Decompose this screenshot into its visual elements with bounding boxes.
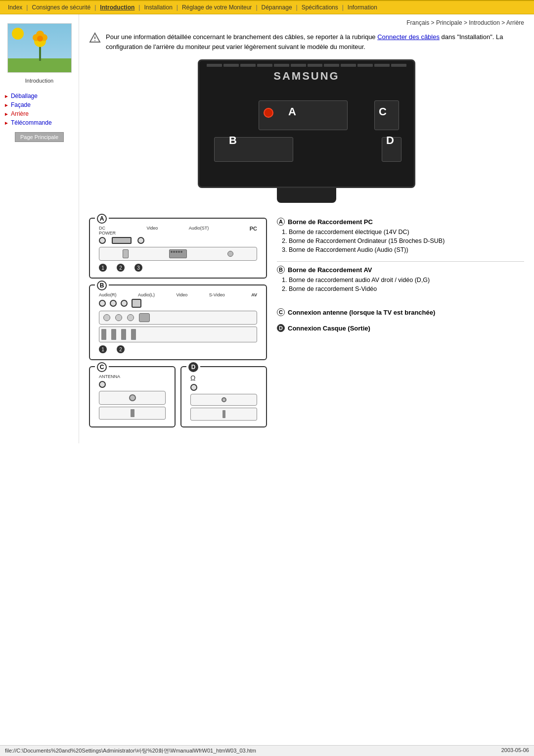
svg-rect-9: [8, 24, 72, 73]
port-audio-r: [99, 300, 106, 307]
label-av-b: AV: [251, 292, 257, 297]
nav-sep-5: |: [256, 4, 257, 11]
connectors-section: A DCPOWER Video Audio(ST) PC: [89, 218, 524, 433]
nav-sep-1: |: [26, 4, 28, 11]
desc-section-D: D Connexion Casque (Sortie): [277, 324, 524, 332]
desc-item-B-1: 1. Borne de raccordement audio AV droit …: [282, 277, 524, 284]
sidebar-item-telecommande[interactable]: ► Télécommande: [0, 118, 79, 127]
arrow-icon-facade: ►: [4, 102, 9, 108]
svg-point-12: [94, 40, 95, 41]
info-text: Pour une information détaillée concernan…: [106, 32, 524, 51]
label-antenna: ANTENNA: [99, 374, 166, 379]
connector-box-A: A DCPOWER Video Audio(ST) PC: [89, 218, 267, 279]
info-icon: [89, 32, 101, 44]
nav-introduction[interactable]: Introduction: [97, 3, 137, 12]
status-bar-date: 2003-05-06: [501, 747, 529, 755]
label-video-b: Video: [176, 292, 187, 297]
badge-3-A: 3: [134, 264, 142, 272]
connector-A-num-row: 1 2 3: [99, 264, 257, 272]
sidebar-item-facade[interactable]: ► Façade: [0, 100, 79, 109]
sidebar-link-deballage[interactable]: Déballage: [11, 93, 38, 99]
connector-diagrams: A DCPOWER Video Audio(ST) PC: [89, 218, 267, 433]
breadcrumb: Français > Principale > Introduction > A…: [89, 19, 524, 26]
samsung-brand-label: SAMSUNG: [273, 70, 339, 83]
nav-information[interactable]: Information: [345, 3, 380, 12]
desc-label-circle-D: D: [277, 324, 285, 332]
desc-title-B: B Borne de Raccordement AV: [277, 266, 524, 274]
port-audio-l: [110, 300, 117, 307]
label-pc-a: PC: [250, 226, 257, 236]
desc-section-B: B Borne de Raccordement AV 1. Borne de r…: [277, 266, 524, 292]
desc-name-C: Connexion antenne (lorsque la TV est bra…: [288, 309, 435, 316]
label-audio-l: Audio(L): [138, 292, 155, 297]
port-audio-st: [137, 237, 144, 244]
monitor-stand: [277, 188, 336, 203]
content-area: Français > Principale > Introduction > A…: [79, 14, 534, 443]
status-bar: file://C:\Documents%20and%20Settings\Adm…: [0, 745, 534, 756]
arrow-icon-deballage: ►: [4, 94, 9, 99]
monitor-label-A: A: [288, 105, 296, 118]
connector-box-B: B Audio(R) Audio(L) Video S-Video AV: [89, 284, 267, 360]
connector-B-circle: B: [97, 281, 107, 290]
connector-descriptions: A Borne de Raccordement PC 1. Borne de r…: [277, 218, 524, 433]
desc-item-A-3: 3. Borne de Raccordement Audio (Audio (S…: [282, 246, 524, 253]
page-principale-button[interactable]: Page Principale: [15, 132, 64, 142]
connector-A-circle: A: [97, 214, 107, 224]
port-headphone: [190, 384, 197, 391]
monitor-label-D: D: [386, 134, 394, 147]
sidebar-item-deballage[interactable]: ► Déballage: [0, 92, 79, 100]
sidebar-link-telecommande[interactable]: Télécommande: [11, 119, 52, 126]
monitor-label-C: C: [379, 105, 387, 118]
label-svideo: S-Video: [209, 292, 225, 297]
nav-security[interactable]: Consignes de sécurité: [29, 3, 93, 12]
nav-sep-3: |: [138, 4, 140, 11]
desc-label-circle-B: B: [277, 266, 285, 274]
nav-sep-6: |: [296, 4, 298, 11]
connector-box-D: D Ω: [180, 366, 267, 427]
info-box: Pour une information détaillée concernan…: [89, 32, 524, 51]
desc-name-A: Borne de Raccordement PC: [288, 218, 373, 226]
badge-1-A: 1: [99, 264, 107, 272]
connector-C-circle: C: [97, 362, 107, 372]
monitor-image-area: SAMSUNG A C B D: [89, 59, 524, 208]
port-svideo: [132, 299, 141, 308]
monitor-label-B: B: [229, 134, 237, 147]
sidebar-logo-image: [7, 23, 72, 73]
desc-name-D: Connexion Casque (Sortie): [288, 325, 370, 332]
desc-item-A-1: 1. Borne de raccordement électrique (14V…: [282, 229, 524, 236]
connector-A-ports: [99, 237, 257, 244]
desc-label-circle-A: A: [277, 218, 285, 226]
nav-depannage[interactable]: Dépannage: [259, 3, 295, 12]
label-omega: Ω: [190, 374, 257, 382]
badge-2-B: 2: [117, 345, 125, 353]
port-dc-power: [99, 237, 106, 244]
nav-sep-2: |: [94, 4, 96, 11]
desc-item-B-2: 2. Borne de raccordement S-Vidéo: [282, 285, 524, 292]
nav-index[interactable]: Index: [5, 3, 25, 12]
connector-D-circle: D: [188, 362, 198, 372]
sidebar-link-arriere[interactable]: Arrière: [11, 110, 29, 117]
label-video-a: Video: [146, 226, 158, 236]
sidebar-link-facade[interactable]: Façade: [11, 101, 31, 108]
desc-title-D: D Connexion Casque (Sortie): [277, 324, 524, 332]
desc-name-B: Borne de Raccordement AV: [288, 266, 372, 274]
info-text-before: Pour une information détaillée concernan…: [106, 33, 377, 41]
badge-1-B: 1: [99, 345, 107, 353]
desc-section-A: A Borne de Raccordement PC 1. Borne de r…: [277, 218, 524, 253]
nav-specifications[interactable]: Spécifications: [299, 3, 341, 12]
sidebar-item-arriere[interactable]: ► Arrière: [0, 109, 79, 118]
port-video-b: [121, 300, 128, 307]
port-antenna: [99, 381, 106, 388]
label-audio-st: Audio(ST): [189, 226, 209, 236]
arrow-icon-telecommande: ►: [4, 120, 9, 126]
connector-A-header-row: DCPOWER Video Audio(ST) PC: [99, 226, 257, 236]
connecter-cables-link[interactable]: Connecter des câbles: [377, 33, 440, 41]
nav-installation[interactable]: Installation: [141, 3, 175, 12]
desc-title-C: C Connexion antenne (lorsque la TV est b…: [277, 308, 524, 316]
sidebar-section-label: Introduction: [6, 77, 73, 88]
connector-B-num-row: 1 2: [99, 345, 257, 353]
badge-2-A: 2: [117, 264, 125, 272]
monitor-back-image: SAMSUNG A C B D: [198, 59, 415, 188]
nav-reglage[interactable]: Réglage de votre Moniteur: [179, 3, 255, 12]
label-dc-power: DCPOWER: [99, 226, 116, 236]
